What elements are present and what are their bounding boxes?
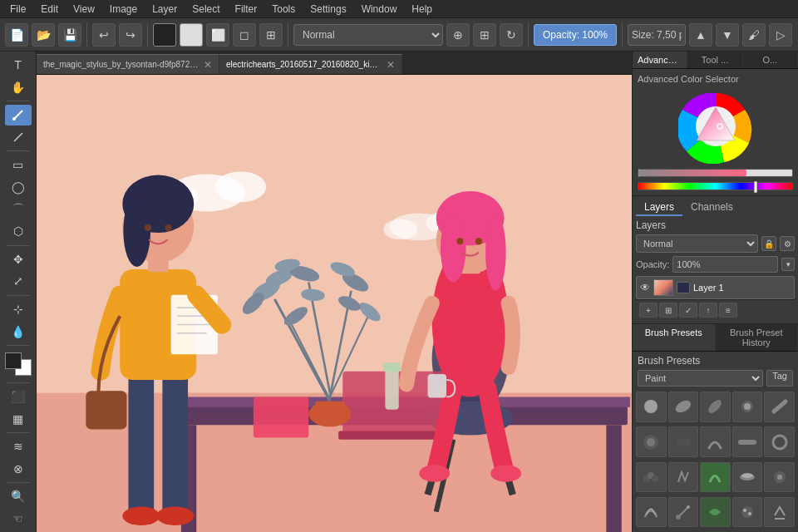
brush-item-4[interactable] — [732, 392, 763, 422]
color-wheel[interactable] — [678, 89, 753, 164]
layer-up-btn[interactable]: ↑ — [699, 303, 717, 318]
menu-settings[interactable]: Settings — [303, 2, 352, 17]
menu-file[interactable]: File — [3, 2, 32, 17]
menu-tools[interactable]: Tools — [265, 2, 302, 17]
copy-layer-btn[interactable]: ⊞ — [659, 303, 677, 318]
tab-1-close[interactable]: ✕ — [204, 59, 212, 71]
undo-button[interactable]: ↩ — [92, 23, 116, 47]
brush-presets-tab[interactable]: Brush Presets — [633, 324, 716, 351]
save-button[interactable]: 💾 — [58, 23, 81, 47]
menu-filter[interactable]: Filter — [229, 2, 264, 17]
foreground-color-swatch[interactable] — [5, 352, 22, 369]
brush-item-16[interactable] — [636, 497, 667, 528]
blend-opt3[interactable]: ↻ — [500, 23, 523, 47]
brush-item-2[interactable] — [668, 392, 699, 422]
bg-color-swatch[interactable] — [180, 23, 203, 47]
brush-item-7[interactable] — [668, 426, 699, 457]
gradient-tool[interactable]: ▦ — [5, 408, 32, 429]
poly-select-tool[interactable]: ⬡ — [5, 221, 32, 242]
lasso-tool[interactable]: ⌒ — [5, 199, 32, 219]
text-tool[interactable]: T — [5, 55, 32, 76]
tab-1[interactable]: the_magic_stylus_by_tysontan-d9fp872.png… — [37, 54, 219, 74]
eyedropper-tool[interactable]: 💧 — [5, 321, 32, 342]
size-up-btn[interactable]: ▲ — [689, 23, 712, 47]
lock-btn[interactable]: 🔒 — [761, 236, 776, 251]
layer-menu-btn[interactable]: ≡ — [719, 303, 737, 318]
pencil-tool[interactable] — [5, 127, 32, 148]
brush-item-10[interactable] — [764, 426, 795, 457]
canvas-content[interactable] — [37, 75, 632, 532]
panel-tab-color[interactable]: Advanced Color S... — [633, 52, 687, 68]
eraser-btn[interactable]: ◻ — [233, 23, 256, 47]
brush-item-14[interactable] — [732, 462, 763, 493]
hue-slider[interactable] — [638, 182, 793, 190]
brush-item-18[interactable] — [700, 497, 731, 528]
open-button[interactable]: 📂 — [32, 23, 55, 47]
size-input[interactable] — [628, 24, 686, 46]
opacity-button[interactable]: Opacity: 100% — [534, 24, 617, 46]
brush-item-3[interactable] — [700, 392, 731, 422]
size-down-btn[interactable]: ▼ — [716, 23, 739, 47]
layer-opacity-input[interactable] — [672, 256, 778, 273]
new-button[interactable]: 📄 — [5, 23, 28, 47]
brush-item-13[interactable] — [700, 462, 731, 493]
brush-preset-history-tab[interactable]: Brush Preset History — [716, 324, 799, 351]
brush-item-15[interactable] — [764, 462, 795, 493]
add-layer-btn[interactable]: + — [639, 303, 658, 318]
channels-tab[interactable]: Channels — [682, 200, 741, 216]
menu-edit[interactable]: Edit — [34, 2, 65, 17]
redo-button[interactable]: ↪ — [119, 23, 142, 47]
smudge-tool[interactable]: ≋ — [5, 436, 32, 457]
menu-window[interactable]: Window — [355, 2, 404, 17]
panel-tab-other[interactable]: O... — [743, 52, 798, 68]
blend-mode-select[interactable]: Normal — [293, 24, 443, 46]
brush-extra2[interactable]: ▷ — [769, 23, 792, 47]
value-slider[interactable] — [638, 169, 793, 177]
blend-opt1[interactable]: ⊕ — [446, 23, 470, 47]
zoom-tool[interactable]: 🔍 — [5, 486, 32, 507]
layer-blend-select[interactable]: Normal — [636, 234, 758, 253]
layers-tab[interactable]: Layers — [636, 200, 682, 216]
pan-tool[interactable]: ☜ — [5, 508, 32, 529]
fill-tool[interactable]: ⬛ — [5, 387, 32, 407]
clone-tool[interactable]: ⊗ — [5, 458, 32, 479]
brush-item-11[interactable] — [636, 462, 667, 493]
brush-item-9[interactable] — [732, 426, 763, 457]
menu-view[interactable]: View — [66, 2, 101, 17]
brush-extra1[interactable]: 🖌 — [742, 23, 766, 47]
fg-color-swatch[interactable] — [153, 23, 176, 47]
blend-opt2[interactable]: ⊞ — [473, 23, 496, 47]
brush-item-20[interactable] — [764, 497, 795, 528]
layer-check-btn[interactable]: ✓ — [679, 303, 697, 318]
brush-item-8[interactable] — [700, 426, 731, 457]
brush-tool[interactable] — [5, 105, 32, 126]
svg-rect-75 — [428, 374, 447, 398]
menu-layer[interactable]: Layer — [145, 2, 184, 17]
select-ellipse-tool[interactable]: ◯ — [5, 177, 32, 198]
hand-tool[interactable]: ✋ — [5, 77, 32, 98]
opacity-arrow[interactable]: ▾ — [781, 258, 795, 271]
brush-tag-btn[interactable]: Tag — [766, 370, 793, 387]
brush-item-17[interactable] — [668, 497, 699, 528]
menu-select[interactable]: Select — [185, 2, 226, 17]
menu-help[interactable]: Help — [405, 2, 439, 17]
tab-2-close[interactable]: ✕ — [387, 59, 395, 71]
eye-btn[interactable]: ⚙ — [780, 236, 795, 251]
panel-tab-tool[interactable]: Tool ... — [687, 52, 742, 68]
brush-item-19[interactable] — [732, 497, 763, 528]
brush-item-12[interactable] — [668, 462, 699, 493]
crop-tool[interactable]: ⊹ — [5, 299, 32, 320]
paint-mode-btn[interactable]: ⬜ — [206, 23, 229, 47]
brush-filter-select[interactable]: Paint — [638, 370, 763, 387]
brush-item-5[interactable] — [764, 392, 795, 422]
brush-item-1[interactable] — [636, 392, 667, 422]
select-rect-tool[interactable]: ▭ — [5, 155, 32, 175]
brush-item-6[interactable] — [636, 426, 667, 457]
tab-2[interactable]: electrichearts_20160517_20160820_kiki_02… — [219, 54, 402, 74]
transform-tool[interactable]: ⤢ — [5, 271, 32, 292]
menu-image[interactable]: Image — [103, 2, 144, 17]
move-tool[interactable]: ✥ — [5, 249, 32, 270]
layer-visibility-btn[interactable]: 👁 — [640, 282, 650, 293]
grid-btn[interactable]: ⊞ — [259, 23, 283, 47]
layer-item[interactable]: 👁 Layer 1 — [636, 276, 795, 299]
